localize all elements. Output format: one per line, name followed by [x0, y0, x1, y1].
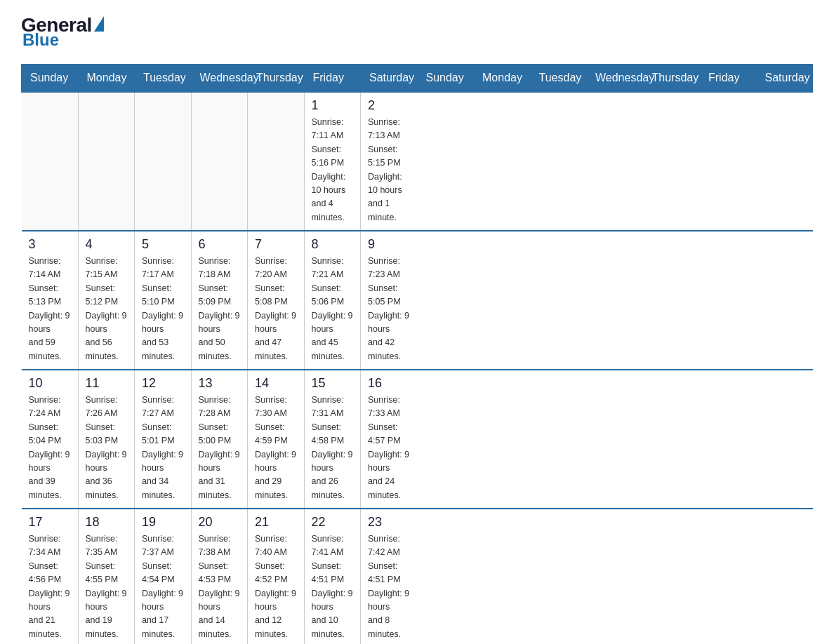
page-header: General Blue	[21, 14, 813, 50]
day-info: Sunrise: 7:34 AMSunset: 4:56 PMDaylight:…	[29, 532, 71, 641]
day-info: Sunrise: 7:14 AMSunset: 5:13 PMDaylight:…	[29, 255, 71, 363]
day-info: Sunrise: 7:31 AMSunset: 4:58 PMDaylight:…	[312, 394, 354, 502]
calendar-cell: 16Sunrise: 7:33 AMSunset: 4:57 PMDayligh…	[361, 370, 418, 509]
calendar-cell	[22, 92, 79, 231]
calendar-table: SundayMondayTuesdayWednesdayThursdayFrid…	[21, 64, 813, 644]
calendar-cell: 23Sunrise: 7:42 AMSunset: 4:51 PMDayligh…	[361, 509, 418, 644]
day-number: 7	[255, 237, 297, 252]
day-header-tuesday: Tuesday	[135, 65, 192, 93]
day-header-friday: Friday	[304, 65, 361, 93]
day-info: Sunrise: 7:27 AMSunset: 5:01 PMDaylight:…	[142, 394, 184, 502]
day-number: 8	[312, 237, 354, 252]
day-info: Sunrise: 7:23 AMSunset: 5:05 PMDaylight:…	[368, 255, 410, 363]
day-info: Sunrise: 7:33 AMSunset: 4:57 PMDaylight:…	[368, 394, 410, 502]
day-info: Sunrise: 7:40 AMSunset: 4:52 PMDaylight:…	[255, 532, 297, 641]
calendar-week-row: 10Sunrise: 7:24 AMSunset: 5:04 PMDayligh…	[22, 370, 813, 509]
day-info: Sunrise: 7:11 AMSunset: 5:16 PMDaylight:…	[312, 116, 354, 224]
calendar-week-row: 3Sunrise: 7:14 AMSunset: 5:13 PMDaylight…	[22, 231, 813, 370]
day-number: 19	[142, 515, 184, 530]
day-info: Sunrise: 7:35 AMSunset: 4:55 PMDaylight:…	[86, 532, 128, 641]
calendar-cell: 8Sunrise: 7:21 AMSunset: 5:06 PMDaylight…	[304, 231, 361, 370]
day-number: 3	[29, 237, 71, 252]
day-info: Sunrise: 7:15 AMSunset: 5:12 PMDaylight:…	[86, 255, 128, 363]
day-number: 17	[29, 515, 71, 530]
calendar-cell: 15Sunrise: 7:31 AMSunset: 4:58 PMDayligh…	[304, 370, 361, 509]
day-info: Sunrise: 7:21 AMSunset: 5:06 PMDaylight:…	[312, 255, 354, 363]
day-info: Sunrise: 7:38 AMSunset: 4:53 PMDaylight:…	[199, 532, 241, 641]
day-number: 15	[312, 376, 354, 391]
calendar-cell: 18Sunrise: 7:35 AMSunset: 4:55 PMDayligh…	[78, 509, 135, 644]
day-header-friday: Friday	[700, 65, 757, 93]
day-info: Sunrise: 7:24 AMSunset: 5:04 PMDaylight:…	[29, 394, 71, 502]
calendar-cell: 11Sunrise: 7:26 AMSunset: 5:03 PMDayligh…	[78, 370, 135, 509]
calendar-cell: 7Sunrise: 7:20 AMSunset: 5:08 PMDaylight…	[248, 231, 305, 370]
day-number: 10	[29, 376, 71, 391]
calendar-cell: 2Sunrise: 7:13 AMSunset: 5:15 PMDaylight…	[361, 92, 418, 231]
calendar-cell: 4Sunrise: 7:15 AMSunset: 5:12 PMDaylight…	[78, 231, 135, 370]
day-number: 4	[86, 237, 128, 252]
day-number: 22	[312, 515, 354, 530]
day-info: Sunrise: 7:17 AMSunset: 5:10 PMDaylight:…	[142, 255, 184, 363]
calendar-week-row: 17Sunrise: 7:34 AMSunset: 4:56 PMDayligh…	[22, 509, 813, 644]
calendar-header-row: SundayMondayTuesdayWednesdayThursdayFrid…	[22, 65, 813, 93]
day-number: 11	[86, 376, 128, 391]
day-header-sunday: Sunday	[417, 65, 474, 93]
calendar-cell: 12Sunrise: 7:27 AMSunset: 5:01 PMDayligh…	[135, 370, 192, 509]
day-header-tuesday: Tuesday	[530, 65, 587, 93]
calendar-cell: 10Sunrise: 7:24 AMSunset: 5:04 PMDayligh…	[22, 370, 79, 509]
calendar-cell: 3Sunrise: 7:14 AMSunset: 5:13 PMDaylight…	[22, 231, 79, 370]
day-number: 12	[142, 376, 184, 391]
day-header-monday: Monday	[474, 65, 531, 93]
day-info: Sunrise: 7:28 AMSunset: 5:00 PMDaylight:…	[199, 394, 241, 502]
day-info: Sunrise: 7:20 AMSunset: 5:08 PMDaylight:…	[255, 255, 297, 363]
calendar-cell: 19Sunrise: 7:37 AMSunset: 4:54 PMDayligh…	[135, 509, 192, 644]
calendar-cell	[191, 92, 248, 231]
logo: General Blue	[21, 14, 104, 50]
day-number: 18	[86, 515, 128, 530]
calendar-cell: 13Sunrise: 7:28 AMSunset: 5:00 PMDayligh…	[191, 370, 248, 509]
day-info: Sunrise: 7:42 AMSunset: 4:51 PMDaylight:…	[368, 532, 410, 641]
calendar-cell: 17Sunrise: 7:34 AMSunset: 4:56 PMDayligh…	[22, 509, 79, 644]
day-number: 1	[312, 98, 354, 113]
day-number: 23	[368, 515, 410, 530]
logo-triangle-icon	[94, 16, 104, 32]
calendar-cell: 6Sunrise: 7:18 AMSunset: 5:09 PMDaylight…	[191, 231, 248, 370]
calendar-cell: 22Sunrise: 7:41 AMSunset: 4:51 PMDayligh…	[304, 509, 361, 644]
logo-blue-text: Blue	[22, 30, 59, 50]
day-header-thursday: Thursday	[248, 65, 305, 93]
day-info: Sunrise: 7:30 AMSunset: 4:59 PMDaylight:…	[255, 394, 297, 502]
day-info: Sunrise: 7:26 AMSunset: 5:03 PMDaylight:…	[86, 394, 128, 502]
day-header-saturday: Saturday	[361, 65, 418, 93]
calendar-cell: 14Sunrise: 7:30 AMSunset: 4:59 PMDayligh…	[248, 370, 305, 509]
day-number: 14	[255, 376, 297, 391]
calendar-cell	[135, 92, 192, 231]
calendar-cell: 21Sunrise: 7:40 AMSunset: 4:52 PMDayligh…	[248, 509, 305, 644]
day-info: Sunrise: 7:37 AMSunset: 4:54 PMDaylight:…	[142, 532, 184, 641]
calendar-cell: 9Sunrise: 7:23 AMSunset: 5:05 PMDaylight…	[361, 231, 418, 370]
calendar-cell: 5Sunrise: 7:17 AMSunset: 5:10 PMDaylight…	[135, 231, 192, 370]
calendar-cell: 20Sunrise: 7:38 AMSunset: 4:53 PMDayligh…	[191, 509, 248, 644]
day-number: 21	[255, 515, 297, 530]
day-info: Sunrise: 7:18 AMSunset: 5:09 PMDaylight:…	[199, 255, 241, 363]
day-number: 13	[199, 376, 241, 391]
day-header-thursday: Thursday	[643, 65, 700, 93]
day-info: Sunrise: 7:41 AMSunset: 4:51 PMDaylight:…	[312, 532, 354, 641]
calendar-week-row: 1Sunrise: 7:11 AMSunset: 5:16 PMDaylight…	[22, 92, 813, 231]
day-number: 16	[368, 376, 410, 391]
calendar-cell: 1Sunrise: 7:11 AMSunset: 5:16 PMDaylight…	[304, 92, 361, 231]
calendar-cell	[248, 92, 305, 231]
day-header-wednesday: Wednesday	[587, 65, 644, 93]
calendar-cell	[78, 92, 135, 231]
day-header-monday: Monday	[78, 65, 135, 93]
day-header-saturday: Saturday	[756, 65, 813, 93]
day-number: 20	[199, 515, 241, 530]
day-number: 5	[142, 237, 184, 252]
day-info: Sunrise: 7:13 AMSunset: 5:15 PMDaylight:…	[368, 116, 410, 224]
day-number: 9	[368, 237, 410, 252]
day-header-sunday: Sunday	[22, 65, 79, 93]
day-number: 6	[199, 237, 241, 252]
day-number: 2	[368, 98, 410, 113]
day-header-wednesday: Wednesday	[191, 65, 248, 93]
